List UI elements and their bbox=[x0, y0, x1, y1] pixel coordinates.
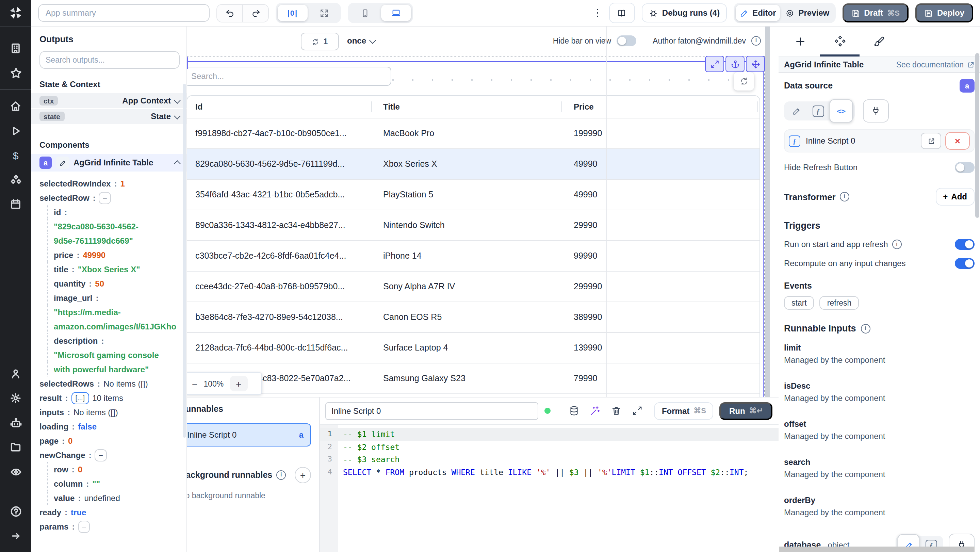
zoom-out-button[interactable]: − bbox=[192, 378, 197, 389]
output-tree-row[interactable]: 9d5e-7611199dc669" bbox=[47, 234, 180, 248]
aggrid-component[interactable]: IdTitlePrice f991898d-cb27-4ac7-b10c-0b9… bbox=[178, 61, 764, 397]
tab-component-settings[interactable] bbox=[826, 26, 853, 56]
script-name-input[interactable] bbox=[325, 402, 538, 420]
delete-script-button[interactable] bbox=[608, 406, 624, 416]
redo-button[interactable] bbox=[242, 5, 268, 21]
eye-icon[interactable] bbox=[0, 460, 31, 484]
column-header[interactable]: Title bbox=[371, 102, 562, 111]
remove-script-button[interactable]: × bbox=[945, 132, 970, 150]
gear-icon[interactable] bbox=[0, 386, 31, 410]
canvas-scrollbar[interactable] bbox=[765, 26, 770, 397]
add-background-runnable-button[interactable]: + bbox=[295, 467, 311, 483]
data-source-script-row[interactable]: ƒ Inline Script 0 × bbox=[784, 129, 975, 153]
table-row[interactable]: ccee43dc-27e0-40a8-b768-b09579b0...Sony … bbox=[187, 272, 759, 302]
output-tree-row[interactable]: id: bbox=[47, 205, 180, 219]
output-tree-row[interactable]: value:undefined bbox=[47, 491, 180, 505]
refresh-count-button[interactable]: 1 bbox=[301, 33, 339, 50]
runnable-mode-button[interactable]: <> bbox=[830, 99, 853, 122]
connect-mode-button[interactable] bbox=[863, 99, 889, 122]
run-button[interactable]: Run⌘↵ bbox=[720, 402, 772, 420]
code-line[interactable]: 2-- $2 offset bbox=[320, 441, 778, 453]
table-search-input[interactable] bbox=[185, 67, 391, 86]
info-icon[interactable]: i bbox=[861, 324, 870, 333]
component-tree-item[interactable]: a AgGrid Infinite Table bbox=[31, 154, 186, 172]
output-tree-row[interactable]: inputs:No items ([]) bbox=[40, 405, 180, 419]
run-on-start-toggle[interactable] bbox=[955, 239, 975, 250]
component-refresh-button[interactable] bbox=[733, 72, 754, 91]
cubes-icon[interactable] bbox=[0, 167, 31, 192]
hide-refresh-toggle[interactable] bbox=[955, 162, 975, 173]
open-script-button[interactable] bbox=[921, 133, 941, 149]
output-tree-row[interactable]: row:0 bbox=[47, 462, 180, 476]
arrow-right-icon[interactable] bbox=[0, 523, 31, 548]
event-chip-refresh[interactable]: refresh bbox=[820, 296, 859, 310]
fullwidth-layout-button[interactable] bbox=[309, 5, 339, 21]
output-tree-row[interactable]: column:"" bbox=[47, 476, 180, 491]
output-tree-row[interactable]: loading:false bbox=[40, 419, 180, 434]
output-tree-row[interactable]: params:– bbox=[40, 519, 180, 534]
static-mode-button[interactable] bbox=[786, 103, 807, 118]
table-row[interactable]: f991898d-cb27-4ac7-b10c-0b9050ce1...MacB… bbox=[187, 118, 759, 149]
deploy-button[interactable]: Deploy bbox=[915, 3, 973, 22]
code-line[interactable]: 3-- $3 search bbox=[320, 453, 778, 466]
tab-insert-component[interactable] bbox=[787, 26, 814, 56]
table-row[interactable]: c303bce7-cb2e-42c6-8fdf-6aa01fc4e4...iPh… bbox=[187, 241, 759, 272]
runnable-item[interactable]: Inline Script 0 a bbox=[180, 423, 311, 447]
output-tree-row[interactable]: image_url: bbox=[47, 291, 180, 305]
info-icon[interactable]: i bbox=[840, 192, 850, 202]
table-row[interactable]: 2128adca-7fc6-44bd-800c-dc115df6ac...Sur… bbox=[187, 333, 759, 363]
undo-button[interactable] bbox=[217, 5, 242, 21]
column-header[interactable]: Price bbox=[562, 102, 757, 111]
output-tree-row[interactable]: title:"Xbox Series X" bbox=[47, 262, 180, 276]
table-row[interactable]: 89c0a336-1343-4812-ac34-e4bb8e27...Ninte… bbox=[187, 210, 759, 241]
info-icon[interactable]: i bbox=[751, 36, 761, 46]
play-icon[interactable] bbox=[0, 118, 31, 143]
table-row[interactable]: 4c83-8022-5e70a07a2...Samsung Galaxy S23… bbox=[187, 363, 759, 394]
ai-assistant-button[interactable] bbox=[587, 406, 602, 416]
ctx-row[interactable]: ctx App Context bbox=[31, 93, 186, 108]
format-button[interactable]: Format⌘S bbox=[654, 402, 714, 420]
table-row[interactable]: b3e864c8-7fe3-4270-89e9-54c12038...Canon… bbox=[187, 302, 759, 333]
debug-runs-button[interactable]: Debug runs (4) bbox=[642, 3, 727, 22]
tab-styling[interactable] bbox=[865, 26, 893, 56]
output-tree-row[interactable]: "Microsoft gaming console bbox=[47, 348, 180, 362]
center-layout-button[interactable]: |0| bbox=[278, 5, 308, 21]
settings-scrollbar[interactable] bbox=[975, 53, 979, 218]
output-tree-row[interactable]: ready:true bbox=[40, 505, 180, 519]
docs-button[interactable] bbox=[609, 3, 635, 23]
home-icon[interactable] bbox=[0, 94, 31, 118]
mobile-view-button[interactable] bbox=[350, 5, 380, 21]
recompute-toggle[interactable] bbox=[955, 258, 975, 269]
calendar-icon[interactable] bbox=[0, 192, 31, 216]
tab-preview[interactable]: Preview bbox=[782, 5, 834, 21]
app-summary-input[interactable] bbox=[38, 4, 210, 22]
info-icon[interactable]: i bbox=[276, 470, 286, 480]
output-tree-row[interactable]: selectedRow:– bbox=[40, 191, 180, 205]
component-expand-button[interactable] bbox=[705, 56, 724, 72]
robot-icon[interactable] bbox=[0, 410, 31, 435]
table-row[interactable]: 829ca080-5630-4562-9d5e-7611199d...Xbox … bbox=[187, 149, 759, 180]
code-editor[interactable]: 1-- $1 limit2-- $2 offset3-- $3 search4S… bbox=[320, 424, 778, 552]
hide-bar-toggle[interactable] bbox=[617, 35, 636, 46]
output-tree-row[interactable]: description: bbox=[47, 334, 180, 348]
table-row[interactable]: 354f6afd-43ac-4321-b1bc-0b5e5adcb...Play… bbox=[187, 180, 759, 210]
windmill-logo-icon[interactable] bbox=[0, 0, 31, 27]
building-icon[interactable] bbox=[0, 36, 31, 60]
output-tree-row[interactable]: with powerful hardware" bbox=[47, 362, 180, 376]
rename-component-button[interactable] bbox=[56, 157, 69, 169]
code-line[interactable]: 1-- $1 limit bbox=[320, 428, 778, 441]
database-button[interactable] bbox=[566, 406, 581, 416]
output-tree-row[interactable]: "829ca080-5630-4562- bbox=[47, 219, 180, 234]
zoom-in-button[interactable]: + bbox=[230, 376, 247, 391]
code-line[interactable]: 4SELECT * FROM products WHERE title ILIK… bbox=[320, 466, 778, 479]
output-tree-row[interactable]: result:[...]10 items bbox=[40, 391, 180, 405]
output-tree-row[interactable]: selectedRows:No items ([]) bbox=[40, 376, 180, 391]
output-tree-row[interactable]: page:0 bbox=[40, 434, 180, 448]
star-icon[interactable] bbox=[0, 60, 31, 85]
column-header[interactable]: Id bbox=[187, 102, 371, 111]
dollar-icon[interactable]: $ bbox=[0, 143, 31, 167]
component-move-button[interactable] bbox=[746, 56, 765, 72]
help-icon[interactable] bbox=[0, 499, 31, 523]
expand-editor-button[interactable] bbox=[630, 406, 644, 416]
event-chip-start[interactable]: start bbox=[784, 296, 814, 310]
